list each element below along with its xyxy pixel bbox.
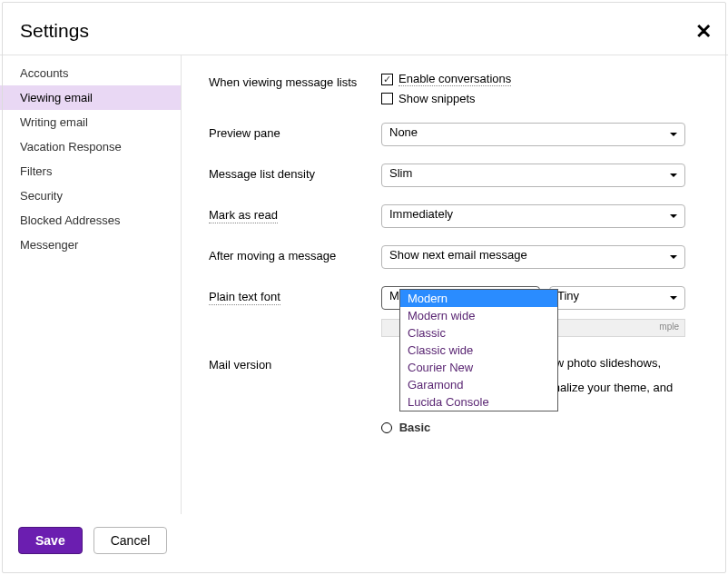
label-after-move: After moving a message [209,245,381,263]
select-plain-font-size[interactable]: Tiny [549,286,685,310]
sidebar-item-messenger[interactable]: Messenger [0,233,181,257]
label-mail-version: Mail version [209,354,381,372]
radio-basic[interactable] [381,422,392,433]
font-option-courier-new[interactable]: Courier New [400,359,557,376]
checkbox-enable-conversations[interactable]: ✓ [381,74,393,85]
sidebar-item-filters[interactable]: Filters [0,159,181,183]
dropdown-plain-font-options[interactable]: Modern Modern wide Classic Classic wide … [399,289,558,411]
font-option-modern[interactable]: Modern [400,290,557,307]
sidebar-item-accounts[interactable]: Accounts [0,61,181,85]
label-density: Message list density [209,164,381,181]
font-option-classic-wide[interactable]: Classic wide [400,342,557,359]
checkbox-show-snippets[interactable] [381,93,393,104]
sidebar-item-vacation-response[interactable]: Vacation Response [0,134,181,159]
select-density[interactable]: Slim [381,164,685,187]
radio-label-basic: Basic [399,421,431,434]
label-mark-as-read: Mark as read [209,204,381,222]
select-preview-pane[interactable]: None [381,123,685,146]
cancel-button[interactable]: Cancel [93,527,168,554]
label-plain-text-font: Plain text font [209,286,381,303]
sidebar-item-security[interactable]: Security [0,183,181,208]
select-after-move[interactable]: Show next email message [381,245,685,269]
font-option-modern-wide[interactable]: Modern wide [400,307,557,324]
close-icon[interactable]: ✕ [695,20,719,42]
page-title: Settings [20,20,89,42]
font-option-garamond[interactable]: Garamond [400,376,557,393]
sidebar-item-writing-email[interactable]: Writing email [0,110,181,134]
sidebar-item-viewing-email[interactable]: Viewing email [0,85,181,110]
checkbox-label-enable-conversations: Enable conversations [398,72,511,86]
sidebar-item-blocked-addresses[interactable]: Blocked Addresses [0,208,181,233]
save-button[interactable]: Save [18,527,83,554]
settings-sidebar: Accounts Viewing email Writing email Vac… [0,55,182,514]
checkbox-label-show-snippets: Show snippets [398,92,476,105]
font-option-lucida-console[interactable]: Lucida Console [400,393,557,411]
settings-content: When viewing message lists ✓ Enable conv… [182,55,728,514]
label-preview-pane: Preview pane [209,123,381,140]
select-mark-as-read[interactable]: Immediately [381,204,685,228]
label-message-lists: When viewing message lists [209,72,381,89]
font-option-classic[interactable]: Classic [400,324,557,342]
